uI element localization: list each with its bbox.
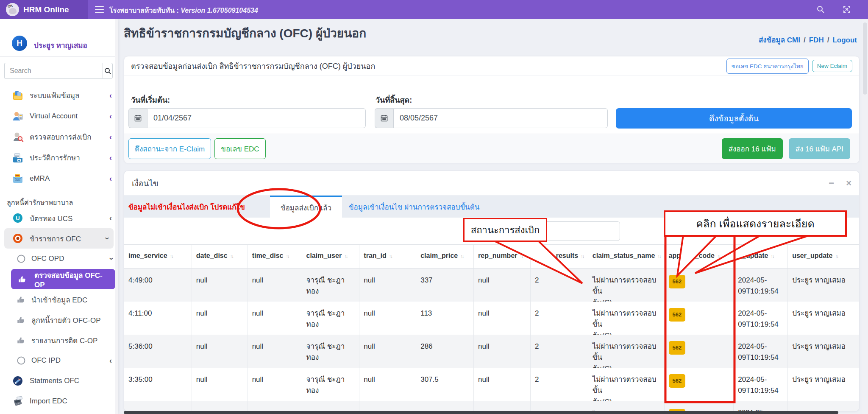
sort-icon: ↑↓ <box>581 254 584 259</box>
table-search-input[interactable] <box>513 221 620 241</box>
col-claim-results[interactable]: claim_results↑↓ <box>531 245 588 268</box>
tab-submitted-data[interactable]: ข้อมูลส่งเบิกแล้ว <box>270 196 342 218</box>
emra-envelope-icon <box>11 172 24 185</box>
divider <box>0 56 118 57</box>
sidebar-item-virtual-account[interactable]: Virtual Account ‹ <box>0 106 118 126</box>
filter-card: ตรวจสอบข้อมูลก่อนส่งเบิก สิทธิข้าราชการก… <box>124 56 860 163</box>
start-date-input[interactable] <box>147 108 366 128</box>
close-icon[interactable]: × <box>846 179 851 188</box>
chevron-left-icon: ‹ <box>109 214 112 222</box>
table-row: 4:11:00 null null จารุณี ชะฎา ทอง null 1… <box>124 302 859 335</box>
col-claim-price[interactable]: claim_price↑↓ <box>416 245 474 268</box>
sidebar-scrollbar[interactable] <box>115 19 118 414</box>
sidebar-item-file-system[interactable]: ระบบแฟ้มข้อมูล ‹ <box>0 85 118 106</box>
tab-invalid-data[interactable]: ข้อมูลไม่เข้าเงื่อนไงส่งเบิก โปรดแก้ไข <box>128 196 245 218</box>
sidebar-section-debtor: ลูกหนี้ค่ารักษาพยาบาล <box>0 189 118 208</box>
sidebar-item-ofc-op-debtor[interactable]: ลูกหนี้รายตัว OFC-OP <box>0 310 118 330</box>
breadcrumb-link-logout[interactable]: Logout <box>832 36 857 44</box>
col-time-disc[interactable]: time_disc↑↓ <box>248 245 302 268</box>
breadcrumb-link-cmi[interactable]: ส่งข้อมูล CMI <box>759 36 800 44</box>
radio-circle-icon <box>16 355 26 366</box>
filter-card-header: ตรวจสอบข้อมูลก่อนส่งเบิก สิทธิข้าราชการก… <box>124 56 859 76</box>
col-rep-number[interactable]: rep_number↑↓ <box>474 245 531 268</box>
edc-number-button[interactable]: ขอเลข EDC <box>214 138 265 159</box>
ofc-icon <box>11 232 24 245</box>
page-scrollbar-thumb[interactable] <box>863 22 867 95</box>
hamburger-menu-icon[interactable] <box>95 6 104 13</box>
sort-icon: ↑↓ <box>170 254 173 259</box>
chevron-left-icon: ‹ <box>109 112 112 120</box>
col-approve-code[interactable]: approve_code↑↓ <box>665 245 734 268</box>
col-tran-id[interactable]: tran_id↑↓ <box>359 245 416 268</box>
sidebar-item-import-edc[interactable]: Import EDC <box>0 391 118 411</box>
minimize-icon[interactable]: − <box>829 179 834 188</box>
page-scrollbar-track <box>862 19 868 414</box>
sidebar-item-treatment-history[interactable]: ประวัติการรักษา ‹ <box>0 147 118 168</box>
page-title: สิทธิข้าราชการกรมบัญชีกลาง (OFC) ผู้ป่วย… <box>124 24 366 42</box>
end-date-input[interactable] <box>393 108 608 128</box>
col-claim-status-name[interactable]: claim_status_name↑↓ <box>588 245 665 268</box>
sidebar-item-ofc-op-check[interactable]: ตรวจสอบข้อมูล OFC-OP <box>11 269 115 289</box>
medical-history-icon <box>11 151 24 164</box>
conditions-card: เงื่อนไข − × ข้อมูลไม่เข้าเงื่อนไงส่งเบิ… <box>124 171 860 411</box>
sidebar-item-ofc[interactable]: ข้าราชการ OFC ‹ <box>4 228 114 249</box>
table-row-partial: ไม่ผ่านการตรวจสอบขั้น 562 2024-05- <box>124 401 859 411</box>
chevron-down-icon: ‹ <box>107 257 114 260</box>
start-date-group <box>128 108 366 128</box>
chevron-left-icon: ‹ <box>109 154 112 162</box>
sidebar-item-claim-check[interactable]: ตรวจสอบการส่งเบิก ‹ <box>0 126 118 147</box>
sort-icon: ↑↓ <box>717 254 720 259</box>
search-icon[interactable] <box>816 5 825 14</box>
tab-passed-check[interactable]: ข้อมูลเข้าเงื่อนไข ผ่านการตรวจสอบขั้นต้น <box>349 196 479 218</box>
calendar-icon[interactable] <box>128 108 147 128</box>
table-horizontal-scrollbar[interactable] <box>124 411 838 414</box>
sidebar-item-ofc-opd[interactable]: OFC OPD ‹ <box>0 249 118 269</box>
sidebar-menu: ระบบแฟ้มข้อมูล ‹ Virtual Account ‹ ตรวจส… <box>0 85 118 411</box>
sidebar-item-cop-report[interactable]: รายงานการติด C-OP <box>0 330 118 350</box>
sidebar-search-button[interactable] <box>103 63 113 79</box>
breadcrumb: ส่งข้อมูล CMI/FDH/Logout <box>759 34 857 45</box>
sidebar-search-input[interactable] <box>4 63 103 79</box>
top-navbar: OK HRM Online โรงพยาบาลห้วยทับทัน : Vers… <box>0 0 868 19</box>
table-row: 4:49:00 null null จารุณี ชะฎา ทอง null 3… <box>124 269 859 302</box>
approve-code-badge[interactable]: 562 <box>669 341 686 355</box>
sort-icon: ↑↓ <box>835 254 838 259</box>
fullscreen-icon[interactable] <box>843 5 851 14</box>
sort-icon: ↑↓ <box>520 254 523 259</box>
sidebar-item-ofc-ipd[interactable]: OFC IPD ‹ <box>0 350 118 371</box>
approve-code-badge[interactable]: 562 <box>669 374 686 388</box>
chevron-left-icon: ‹ <box>109 133 112 141</box>
col-d-update[interactable]: d_update↑↓ <box>734 245 788 268</box>
export-16-files-button[interactable]: ส่งออก 16 แฟ้ม <box>722 138 783 159</box>
sidebar: H ประยูร หาญเสมอ ระบบแฟ้มข้อมูล ‹ Virtua… <box>0 19 118 414</box>
edc-ktb-button[interactable]: ขอเลข EDC ธนาคารกรุงไทย <box>726 59 809 74</box>
search-icon <box>104 67 111 75</box>
sort-icon: ↑↓ <box>389 254 392 259</box>
calendar-icon[interactable] <box>375 108 393 128</box>
person-magnifier-icon <box>11 131 24 143</box>
sort-icon: ↑↓ <box>460 254 463 259</box>
approve-code-badge[interactable]: 562 <box>669 275 686 288</box>
send-16-files-api-button[interactable]: ส่ง 16 แฟ้ม API <box>789 138 850 159</box>
col-claim-user[interactable]: claim_user↑↓ <box>302 245 360 268</box>
user-avatar: H <box>12 36 27 51</box>
col-time-service[interactable]: ime_service↑↓ <box>124 245 192 268</box>
approve-code-badge[interactable]: 562 <box>669 308 686 322</box>
svg-text:U: U <box>16 215 19 221</box>
breadcrumb-link-fdh[interactable]: FDH <box>809 36 824 44</box>
sidebar-item-statements-ofc[interactable]: Statments OFC <box>0 371 118 391</box>
claims-table: ime_service↑↓ date_disc↑↓ time_disc↑↓ cl… <box>124 244 859 411</box>
fetch-data-button[interactable]: ดึงข้อมูลตั้งต้น <box>616 108 852 129</box>
eclaim-status-button[interactable]: ดึงสถานะจาก E-Claim <box>128 138 211 159</box>
col-user-update[interactable]: user_update↑↓ <box>788 245 859 268</box>
ucs-icon: U <box>11 212 24 224</box>
sort-icon: ↑↓ <box>344 254 347 259</box>
sidebar-item-edc-import-data[interactable]: นำเข้าข้อมูล EDC <box>0 289 118 310</box>
hospital-version-text: โรงพยาบาลห้วยทับทัน : Version 1.67050910… <box>109 5 258 16</box>
filter-card-footer: ดึงสถานะจาก E-Claim ขอเลข EDC ส่งออก 16 … <box>124 134 859 163</box>
chevron-down-icon: ‹ <box>103 237 110 240</box>
sidebar-item-ucs[interactable]: U บัตรทอง UCS ‹ <box>0 208 118 228</box>
sidebar-item-emra[interactable]: eMRA ‹ <box>0 168 118 189</box>
col-date-disc[interactable]: date_disc↑↓ <box>192 245 248 268</box>
new-eclaim-button[interactable]: New Eclaim <box>812 60 852 72</box>
